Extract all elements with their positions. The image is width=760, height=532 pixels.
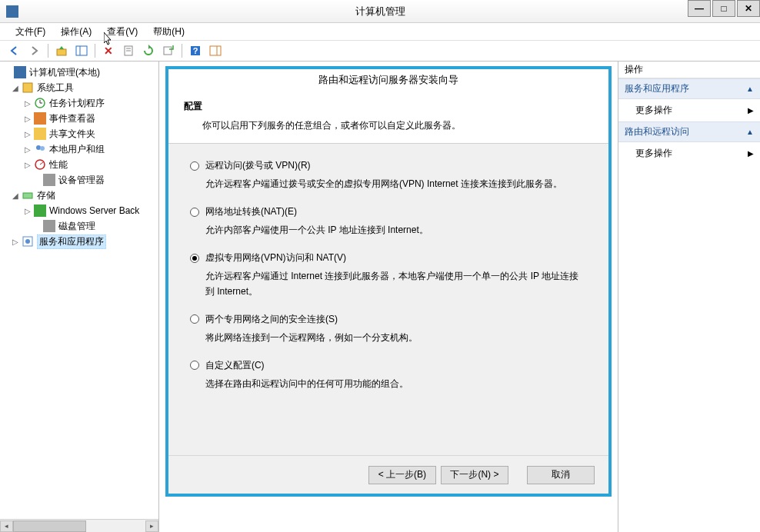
export-button[interactable] — [160, 42, 177, 59]
tree-windows-server-backup[interactable]: ▷ Windows Server Back — [0, 203, 158, 218]
radio-icon[interactable] — [190, 208, 199, 217]
tree-label: 任务计划程序 — [49, 97, 105, 110]
tree-local-users[interactable]: ▷ 本地用户和组 — [0, 141, 158, 157]
svg-rect-6 — [164, 47, 172, 55]
horizontal-scrollbar[interactable]: ◂ ▸ — [0, 519, 158, 532]
radio-icon[interactable] — [190, 254, 199, 263]
content-area: 路由和远程访问服务器安装向导 配置 你可以启用下列服务的任意组合，或者你可以自定… — [159, 62, 618, 532]
tree-label: 事件查看器 — [49, 112, 95, 125]
tree-device-manager[interactable]: 设备管理器 — [0, 172, 158, 188]
expand-icon[interactable]: ▷ — [23, 161, 32, 169]
actions-section-services[interactable]: 服务和应用程序 ▲ — [618, 78, 760, 99]
expand-icon[interactable]: ▷ — [23, 99, 32, 108]
expand-icon[interactable]: ▷ — [23, 207, 32, 215]
window-title: 计算机管理 — [355, 5, 405, 18]
nav-back-button[interactable] — [6, 42, 23, 59]
menu-help[interactable]: 帮助(H) — [145, 24, 192, 40]
option-description: 允许远程客户端通过拨号或安全的虚拟专用网络(VPN) Internet 连接来连… — [205, 177, 587, 191]
scroll-thumb[interactable] — [13, 520, 86, 532]
tree-panel: 计算机管理(本地) ◢ 系统工具 ▷ 任务计划程序 ▷ 事件查看器 ▷ 共享文件 — [0, 62, 159, 532]
wizard-header-panel: 配置 你可以启用下列服务的任意组合，或者你可以自定义此服务器。 — [168, 91, 608, 144]
expand-icon[interactable]: ▷ — [23, 130, 32, 138]
properties-button[interactable] — [120, 42, 137, 59]
refresh-button[interactable] — [140, 42, 157, 59]
tree-services-apps[interactable]: ▷ 服务和应用程序 — [0, 234, 158, 249]
delete-button[interactable]: ✕ — [100, 42, 117, 59]
tree-shared-folders[interactable]: ▷ 共享文件夹 — [0, 126, 158, 141]
clock-icon — [34, 97, 46, 109]
option-label: 远程访问(拨号或 VPN)(R) — [205, 159, 311, 172]
actions-more-2[interactable]: 更多操作 ▶ — [618, 142, 760, 165]
expand-icon[interactable]: ▷ — [11, 238, 20, 246]
close-button[interactable]: ✕ — [737, 0, 760, 17]
storage-icon — [22, 189, 34, 201]
event-icon — [34, 112, 46, 125]
expand-icon[interactable]: ▷ — [23, 145, 32, 154]
option-nat[interactable]: 网络地址转换(NAT)(E) 允许内部客户端使用一个公共 IP 地址连接到 In… — [190, 205, 587, 238]
tree-disk-management[interactable]: 磁盘管理 — [0, 218, 158, 234]
actions-section-label: 服务和应用程序 — [625, 82, 689, 95]
option-vpn-nat[interactable]: 虚拟专用网络(VPN)访问和 NAT(V) 允许远程客户端通过 Internet… — [190, 251, 587, 298]
maximize-button[interactable]: □ — [712, 0, 735, 17]
option-secure-connection[interactable]: 两个专用网络之间的安全连接(S) 将此网络连接到一个远程网络，例如一个分支机构。 — [190, 313, 587, 345]
option-description: 选择在路由和远程访问中的任何可用功能的组合。 — [205, 377, 587, 391]
back-button[interactable]: < 上一步(B) — [368, 466, 436, 484]
tree-performance[interactable]: ▷ 性能 — [0, 157, 158, 172]
tree-label: 计算机管理(本地) — [29, 66, 100, 79]
wizard-heading: 配置 — [184, 100, 593, 113]
tree-storage[interactable]: ◢ 存储 — [0, 188, 158, 203]
scroll-left-button[interactable]: ◂ — [0, 520, 13, 532]
menu-view[interactable]: 查看(V) — [99, 24, 145, 40]
tree-label: 服务和应用程序 — [37, 234, 106, 249]
tree-label: 本地用户和组 — [49, 143, 105, 156]
expand-icon[interactable]: ▷ — [23, 115, 32, 123]
tree-task-scheduler[interactable]: ▷ 任务计划程序 — [0, 95, 158, 111]
svg-point-15 — [36, 145, 41, 150]
performance-icon — [34, 158, 46, 171]
option-remote-access[interactable]: 远程访问(拨号或 VPN)(R) 允许远程客户端通过拨号或安全的虚拟专用网络(V… — [190, 159, 587, 191]
show-hide-action-pane-button[interactable] — [207, 42, 224, 59]
up-folder-button[interactable] — [53, 42, 70, 59]
option-description: 将此网络连接到一个远程网络，例如一个分支机构。 — [205, 331, 587, 345]
tree-label: 存储 — [37, 189, 55, 202]
svg-rect-0 — [57, 49, 66, 55]
actions-header: 操作 — [618, 62, 760, 78]
titlebar: 计算机管理 — □ ✕ — [0, 0, 760, 23]
disk-icon — [43, 220, 55, 232]
actions-more-1[interactable]: 更多操作 ▶ — [618, 99, 760, 121]
actions-section-rras[interactable]: 路由和远程访问 ▲ — [618, 121, 760, 142]
collapse-icon: ▲ — [746, 128, 754, 136]
tree-event-viewer[interactable]: ▷ 事件查看器 — [0, 111, 158, 126]
collapse-icon[interactable]: ◢ — [11, 84, 20, 92]
window-controls: — □ ✕ — [688, 0, 760, 17]
option-label: 网络地址转换(NAT)(E) — [205, 205, 297, 218]
actions-item-label: 更多操作 — [635, 147, 672, 160]
tree-system-tools[interactable]: ◢ 系统工具 — [0, 80, 158, 95]
svg-rect-11 — [23, 83, 32, 92]
scroll-track[interactable] — [13, 520, 145, 532]
users-icon — [34, 143, 46, 155]
nav-forward-button[interactable] — [26, 42, 43, 59]
show-hide-tree-button[interactable] — [73, 42, 90, 59]
device-icon — [43, 174, 55, 186]
svg-text:?: ? — [193, 46, 198, 55]
minimize-button[interactable]: — — [688, 0, 711, 17]
wizard-body: 远程访问(拨号或 VPN)(R) 允许远程客户端通过拨号或安全的虚拟专用网络(V… — [168, 144, 608, 455]
radio-icon[interactable] — [190, 161, 199, 171]
app-icon — [6, 5, 18, 18]
tree-label: 共享文件夹 — [49, 128, 95, 141]
menu-file[interactable]: 文件(F) — [8, 24, 53, 40]
radio-icon[interactable] — [190, 314, 199, 324]
collapse-icon[interactable]: ◢ — [11, 191, 20, 200]
toolbar-separator — [48, 44, 48, 58]
tree-root[interactable]: 计算机管理(本地) — [0, 65, 158, 80]
collapse-icon: ▲ — [746, 85, 754, 93]
scroll-right-button[interactable]: ▸ — [145, 520, 158, 532]
cancel-button[interactable]: 取消 — [527, 466, 595, 484]
next-button[interactable]: 下一步(N) > — [441, 466, 508, 484]
tree-label: 性能 — [49, 158, 68, 171]
help-button[interactable]: ? — [187, 42, 204, 59]
menu-action[interactable]: 操作(A) — [53, 24, 99, 40]
option-custom[interactable]: 自定义配置(C) 选择在路由和远程访问中的任何可用功能的组合。 — [190, 359, 587, 391]
radio-icon[interactable] — [190, 361, 199, 370]
